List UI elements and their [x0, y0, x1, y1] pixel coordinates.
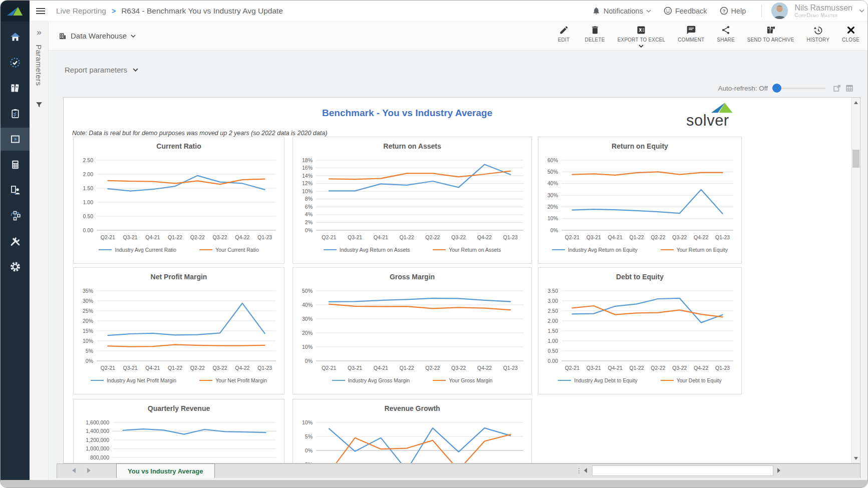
svg-text:0%: 0% [305, 227, 313, 233]
svg-text:35%: 35% [83, 288, 93, 294]
legend-item: Your Current Ratio [199, 247, 259, 253]
help-icon: ? [720, 7, 728, 15]
open-in-new-icon[interactable] [833, 84, 841, 92]
sheet-nav-next-icon[interactable] [87, 468, 91, 473]
svg-text:0%: 0% [305, 358, 313, 364]
breadcrumb-section[interactable]: Live Reporting [56, 7, 106, 16]
sidebar-item-home[interactable] [1, 30, 30, 45]
svg-text:2%: 2% [305, 219, 313, 225]
svg-text:Q3-21: Q3-21 [348, 234, 362, 240]
vertical-scrollbar-thumb[interactable] [852, 150, 859, 168]
close-button[interactable]: CLOSE [842, 25, 859, 43]
legend-line-swatch [199, 380, 212, 381]
svg-text:Q3-22: Q3-22 [672, 365, 687, 371]
auto-refresh-slider-knob[interactable] [772, 84, 781, 93]
sidebar-item-tools[interactable] [1, 234, 30, 249]
comment-button[interactable]: COMMENT [678, 25, 704, 43]
legend-item: Industry Avg Return on Assets [324, 247, 410, 253]
header-actions: Notifications Feedback ? Help [592, 3, 867, 19]
hamburger-menu-icon[interactable] [36, 7, 45, 16]
svg-text:2.00: 2.00 [548, 318, 558, 324]
chart-legend: Industry Avg Return on AssetsYour Return… [293, 247, 531, 253]
legend-line-swatch [552, 249, 565, 251]
feedback-button[interactable]: Feedback [664, 7, 707, 15]
legend-label: Your Debt to Equity [677, 377, 722, 383]
legend-label: Your Net Profit Margin [215, 377, 267, 383]
svg-text:Q1-22: Q1-22 [629, 234, 644, 240]
scroll-down-arrow-icon[interactable] [852, 454, 860, 462]
svg-text:0%: 0% [305, 447, 313, 453]
sidebar-item-tasks[interactable] [1, 55, 30, 70]
grid-table-icon[interactable] [845, 84, 853, 92]
tab-splitter-handle[interactable]: ⋮ [575, 466, 583, 474]
filter-funnel-icon[interactable] [35, 101, 43, 109]
chart-title: Return on Assets [293, 142, 531, 150]
chart-legend: Industry Avg Return on EquityYour Return… [538, 247, 741, 253]
sidebar-item-user-documents[interactable] [1, 183, 30, 198]
notifications-button[interactable]: Notifications [592, 7, 651, 15]
breadcrumb-report-title: R634 - Benchmark You vs Industry Avg Upd… [121, 7, 283, 16]
share-button[interactable]: SHARE [717, 25, 734, 43]
scroll-up-arrow-icon[interactable] [852, 98, 860, 107]
svg-text:Q2-22: Q2-22 [651, 365, 665, 371]
sidebar-item-archive[interactable] [1, 81, 30, 96]
user-name: Nils Rasmussen [794, 4, 852, 13]
svg-text:30%: 30% [83, 298, 93, 304]
data-source-selector[interactable]: Data Warehouse [59, 22, 136, 50]
comment-label: COMMENT [678, 37, 704, 43]
svg-text:30%: 30% [547, 192, 558, 198]
legend-item: Industry Avg Debt to Equity [558, 377, 637, 383]
sheet-nav-prev-icon[interactable] [72, 468, 76, 473]
chart-svg: 18%16%14%12%10%8%6%4%2%0%Q2-21Q3-21Q4-21… [293, 137, 531, 263]
history-button[interactable]: HISTORY [807, 25, 830, 43]
avatar[interactable] [771, 3, 788, 19]
svg-text:3.00: 3.00 [548, 298, 558, 304]
user-menu[interactable]: Nils Rasmussen CorpDemo Master [794, 4, 852, 18]
sidebar-item-budgeting[interactable] [1, 157, 30, 172]
svg-text:Q2-21: Q2-21 [101, 234, 115, 240]
archive-icon [766, 25, 776, 35]
report-parameters-toggle[interactable]: Report parameters [65, 66, 138, 74]
svg-text:Q2-22: Q2-22 [425, 365, 440, 371]
svg-text:Q1-22: Q1-22 [168, 234, 182, 240]
clipboard-icon [10, 108, 21, 120]
sheet-tab-active[interactable]: You vs Industry Average [116, 463, 215, 478]
delete-button[interactable]: DELETE [585, 25, 605, 43]
auto-refresh-slider[interactable] [775, 88, 825, 89]
sidebar-item-process-flow[interactable] [1, 208, 30, 223]
export-to-excel-label: EXPORT TO EXCEL [618, 37, 666, 43]
expand-parameters-chevrons-icon[interactable]: » [30, 28, 49, 38]
sidebar-item-settings[interactable] [1, 259, 30, 274]
svg-text:Q4-21: Q4-21 [374, 365, 388, 371]
chart-title: Net Profit Margin [74, 273, 284, 281]
top-header: Live Reporting > R634 - Benchmark You vs… [30, 1, 867, 22]
svg-text:Q3-21: Q3-21 [587, 365, 601, 371]
svg-text:2.50: 2.50 [83, 157, 94, 163]
edit-button[interactable]: EDIT [555, 25, 572, 43]
svg-text:60%: 60% [547, 157, 558, 163]
export-to-excel-button[interactable]: EXPORT TO EXCEL [618, 25, 666, 48]
legend-item: Your Return on Assets [433, 247, 501, 253]
sidebar-item-checklist[interactable] [1, 106, 30, 121]
pencil-icon [559, 25, 569, 35]
hscroll-right-arrow-icon[interactable] [777, 468, 780, 473]
hscroll-left-arrow-icon[interactable] [584, 468, 587, 473]
svg-text:10%: 10% [302, 188, 313, 194]
svg-text:10%: 10% [302, 344, 313, 350]
delete-label: DELETE [585, 37, 605, 43]
chart-return-on-equity: Return on Equity 60%50%40%30%20%10%0%Q2-… [538, 137, 742, 264]
horizontal-scrollbar-track[interactable] [592, 465, 773, 476]
svg-text:Q2-22: Q2-22 [425, 234, 440, 240]
window-bottom-edge [1, 480, 867, 487]
legend-line-swatch [433, 380, 446, 381]
help-button[interactable]: ? Help [720, 7, 746, 15]
send-to-archive-button[interactable]: SEND TO ARCHIVE [747, 25, 794, 43]
svg-text:0.50: 0.50 [83, 213, 94, 219]
user-menu-chevron-icon[interactable] [859, 9, 864, 13]
legend-label: Industry Avg Gross Margin [348, 377, 410, 383]
vertical-scrollbar[interactable] [851, 98, 860, 463]
svg-text:Q2-22: Q2-22 [190, 234, 205, 240]
svg-text:15%: 15% [83, 328, 93, 334]
sidebar-item-report-viewer[interactable] [1, 128, 30, 151]
svg-text:Q3-21: Q3-21 [123, 365, 138, 371]
